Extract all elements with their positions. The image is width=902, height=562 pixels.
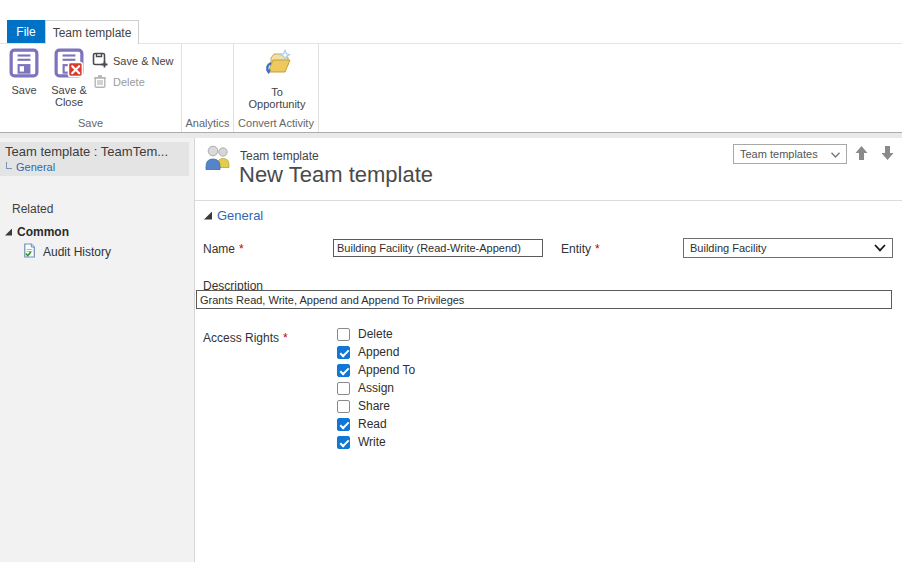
entity-select-value: Building Facility [690,242,766,254]
sidebar-item-audit-history[interactable]: Audit History [22,243,111,261]
description-input[interactable] [196,290,892,309]
checkbox-read[interactable] [337,418,350,431]
checkbox-append[interactable] [337,346,350,359]
save-and-new-icon [92,52,108,70]
delete-button[interactable]: Delete [92,73,145,91]
sidebar-current-record[interactable]: Team template : TeamTem... General [0,142,189,176]
sidebar-group-common[interactable]: Common [5,225,69,239]
to-opportunity-icon [261,48,293,86]
audit-history-icon [22,243,37,261]
section-general[interactable]: General [204,208,263,223]
header-divider [195,200,902,201]
checkbox-label: Assign [358,381,394,395]
sidebar-item-general[interactable]: General [5,161,185,173]
record-set-selector[interactable]: Team templates [733,144,847,164]
access-rights-field-label: Access Rights* [203,331,288,345]
checkbox-assign[interactable] [337,382,350,395]
checkbox-label: Share [358,399,390,413]
to-opportunity-label-2: Opportunity [249,98,306,110]
checkbox-delete[interactable] [337,328,350,341]
access-right-row[interactable]: Append To [337,363,415,377]
checkbox-share[interactable] [337,400,350,413]
chevron-down-icon [874,242,886,254]
name-field-label: Name* [203,242,244,256]
name-input[interactable] [333,239,543,257]
required-marker: * [283,331,288,345]
sidebar-record-title: Team template : TeamTem... [5,144,185,160]
checkbox-write[interactable] [337,436,350,449]
access-rights-list: DeleteAppendAppend ToAssignShareReadWrit… [337,327,415,449]
access-right-row[interactable]: Assign [337,381,415,395]
page-title: New Team template [239,161,433,189]
save-and-close-icon [54,48,84,84]
access-right-row[interactable]: Write [337,435,415,449]
to-opportunity-label-1: To [271,86,283,98]
section-expand-icon [204,212,212,220]
expand-triangle-icon [5,229,12,236]
chevron-down-icon [831,148,840,160]
entity-select[interactable]: Building Facility [683,238,893,258]
corner-indent-icon [6,162,12,169]
access-right-row[interactable]: Read [337,417,415,431]
tab-file[interactable]: File [7,20,45,43]
sidebar-general-label: General [16,161,55,173]
save-icon [9,48,39,84]
save-button-label: Save [11,84,36,96]
main-form: Team template New Team template Team tem… [195,138,902,562]
to-opportunity-button[interactable]: To Opportunity [236,48,318,110]
ribbon-group-analytics: Analytics [182,117,233,129]
checkbox-label: Delete [358,327,393,341]
record-set-selector-value: Team templates [740,148,818,160]
trash-icon [92,73,108,91]
checkbox-label: Append To [358,363,415,377]
access-right-row[interactable]: Share [337,399,415,413]
save-and-new-label: Save & New [113,55,174,67]
save-and-close-label-2: Close [55,96,83,108]
sidebar-related-heading: Related [12,202,53,216]
previous-record-button[interactable] [851,143,871,163]
checkbox-label: Read [358,417,387,431]
ribbon-group-convert-activity: Convert Activity [234,117,318,129]
tab-team-template[interactable]: Team template [45,20,139,44]
save-button[interactable]: Save [2,48,46,96]
save-and-close-label-1: Save & [51,84,86,96]
ribbon: Save Save & Close [0,43,902,133]
section-general-label: General [217,208,263,223]
entity-field-label: Entity* [561,242,600,256]
ribbon-separator [318,44,319,132]
sidebar: Team template : TeamTem... General Relat… [0,138,195,562]
delete-label: Delete [113,76,145,88]
crm-window: File Team template Save [0,0,902,562]
access-right-row[interactable]: Delete [337,327,415,341]
required-marker: * [595,242,600,256]
checkbox-append-to[interactable] [337,364,350,377]
save-and-close-button[interactable]: Save & Close [47,48,91,108]
sidebar-common-label: Common [17,225,69,239]
required-marker: * [239,242,244,256]
checkbox-label: Write [358,435,386,449]
checkbox-label: Append [358,345,399,359]
audit-history-label: Audit History [43,245,111,259]
team-template-entity-icon [204,144,232,176]
access-right-row[interactable]: Append [337,345,415,359]
save-and-new-button[interactable]: Save & New [92,52,174,70]
ribbon-group-save: Save [0,117,181,129]
next-record-button[interactable] [877,143,897,163]
